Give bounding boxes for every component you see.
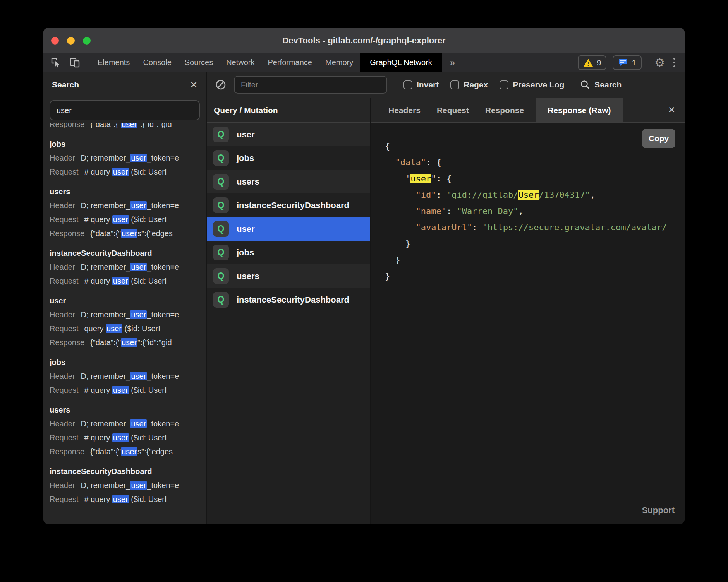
- query-row-user[interactable]: Quser: [207, 123, 370, 146]
- search-result-row[interactable]: Request# query user ($id: UserI: [50, 383, 200, 397]
- result-row-label: Response: [50, 229, 84, 238]
- search-result-row[interactable]: Request# query user ($id: UserI: [50, 492, 200, 506]
- inspect-element-icon[interactable]: [50, 57, 62, 68]
- search-result-row[interactable]: HeaderD; remember_user_token=e: [50, 369, 200, 383]
- query-row-jobs[interactable]: Qjobs: [207, 241, 370, 264]
- block-icon[interactable]: [215, 79, 227, 91]
- more-tabs-button[interactable]: »: [442, 53, 463, 72]
- result-highlight: user: [121, 338, 137, 347]
- tab-performance[interactable]: Performance: [261, 53, 319, 72]
- tab-memory[interactable]: Memory: [319, 53, 360, 72]
- checkbox-box[interactable]: [403, 80, 412, 89]
- result-row-label: Response: [50, 447, 84, 456]
- query-row-user[interactable]: Quser: [207, 217, 370, 241]
- issues-badge[interactable]: 1: [613, 55, 642, 70]
- copy-button[interactable]: Copy: [642, 129, 675, 148]
- result-text: _token=e: [147, 201, 179, 210]
- search-result-row[interactable]: HeaderD; remember_user_token=e: [50, 151, 200, 165]
- tab-response[interactable]: Response: [477, 98, 532, 122]
- result-text: # query: [84, 168, 112, 176]
- search-panel-header: Search ✕: [43, 72, 206, 98]
- network-search-button[interactable]: Search: [580, 79, 622, 90]
- window-title: DevTools - gitlab.com/-/graphql-explorer: [43, 36, 685, 46]
- query-row-instanceSecurityDashboard[interactable]: QinstanceSecurityDashboard: [207, 288, 370, 312]
- result-row-label: Header: [50, 310, 75, 319]
- detail-tabs-inactive: HeadersRequestResponse: [380, 98, 532, 122]
- tab-request[interactable]: Request: [429, 98, 477, 122]
- search-result-title: user: [50, 294, 200, 308]
- result-text: {"data":{": [90, 229, 121, 238]
- query-row-users[interactable]: Qusers: [207, 264, 370, 288]
- checkbox-box[interactable]: [450, 80, 459, 89]
- query-row-label: jobs: [237, 153, 254, 163]
- device-toolbar-icon[interactable]: [69, 57, 81, 68]
- query-row-instanceSecurityDashboard[interactable]: QinstanceSecurityDashboard: [207, 193, 370, 217]
- result-highlight: user: [121, 447, 137, 456]
- tab-graphql-network[interactable]: GraphQL Network: [360, 53, 442, 72]
- checkbox-preserve-log[interactable]: Preserve Log: [500, 80, 564, 89]
- result-highlight: user: [112, 386, 129, 394]
- result-highlight: user: [112, 433, 129, 442]
- result-highlight: user: [121, 229, 137, 238]
- result-text: _token=e: [147, 310, 179, 319]
- detail-panel: HeadersRequestResponse Response (Raw) ✕ …: [371, 98, 685, 524]
- checkbox-invert[interactable]: Invert: [403, 80, 439, 89]
- result-row-label: Request: [50, 386, 79, 394]
- result-text: D; remember_: [81, 263, 130, 271]
- support-link[interactable]: Support: [642, 502, 675, 519]
- search-result-row[interactable]: HeaderD; remember_user_token=e: [50, 478, 200, 492]
- result-row-label: Header: [50, 154, 75, 162]
- tab-sources[interactable]: Sources: [178, 53, 220, 72]
- search-result-row[interactable]: HeaderD; remember_user_token=e: [50, 199, 200, 212]
- json-highlight: "Warren Day": [457, 206, 518, 216]
- tab-headers[interactable]: Headers: [380, 98, 429, 122]
- result-text: # query: [84, 433, 112, 442]
- tabstrip-separator: [87, 57, 87, 68]
- search-result-row[interactable]: Request# query user ($id: UserI: [50, 212, 200, 226]
- search-result-row[interactable]: HeaderD; remember_user_token=e: [50, 417, 200, 431]
- checkbox-regex[interactable]: Regex: [450, 80, 488, 89]
- search-result-row[interactable]: Response{"data":{"user":{"id":"gid: [50, 123, 200, 131]
- query-row-label: instanceSecurityDashboard: [237, 200, 349, 211]
- search-button-label: Search: [594, 80, 622, 89]
- query-row-jobs[interactable]: Qjobs: [207, 146, 370, 170]
- query-type-badge: Q: [213, 245, 229, 260]
- json-line: "data": {: [385, 154, 685, 171]
- result-text: {"data":{": [90, 338, 121, 347]
- tab-response-raw[interactable]: Response (Raw): [536, 98, 622, 122]
- settings-gear-icon[interactable]: ⚙: [654, 57, 665, 68]
- warnings-badge[interactable]: 9: [578, 55, 607, 70]
- search-result-row[interactable]: HeaderD; remember_user_token=e: [50, 308, 200, 322]
- search-result-row[interactable]: Request# query user ($id: UserI: [50, 165, 200, 179]
- result-highlight: user: [130, 481, 147, 490]
- search-icon: [580, 79, 591, 90]
- search-panel-title: Search: [52, 80, 79, 89]
- search-close-icon[interactable]: ✕: [190, 80, 197, 89]
- search-results-list: Response{"data":{"user":{"id":"gidjobsHe…: [43, 123, 206, 524]
- checkbox-box[interactable]: [500, 80, 508, 89]
- search-input[interactable]: [50, 100, 200, 120]
- search-result-row[interactable]: Response{"data":{"users":{"edges: [50, 226, 200, 240]
- kebab-menu-icon[interactable]: [671, 58, 678, 67]
- query-row-users[interactable]: Qusers: [207, 170, 370, 193]
- tabstrip-right: 9 1 ⚙: [578, 53, 685, 72]
- filter-input[interactable]: [234, 76, 387, 94]
- detail-close-icon[interactable]: ✕: [668, 106, 675, 115]
- search-result-row[interactable]: Request# query user ($id: UserI: [50, 431, 200, 445]
- result-row-label: Request: [50, 495, 79, 503]
- search-result-row[interactable]: Response{"data":{"user":{"id":"gid: [50, 336, 200, 349]
- search-result-row[interactable]: Request# query user ($id: UserI: [50, 274, 200, 288]
- search-result-row[interactable]: Requestquery user ($id: UserI: [50, 322, 200, 336]
- tab-elements[interactable]: Elements: [91, 53, 136, 72]
- tab-console[interactable]: Console: [136, 53, 178, 72]
- search-result-row[interactable]: HeaderD; remember_user_token=e: [50, 260, 200, 274]
- json-highlight: "data": [395, 157, 426, 167]
- query-type-badge: Q: [213, 268, 229, 284]
- result-text: D; remember_: [81, 419, 130, 428]
- json-highlight: ,: [518, 206, 523, 216]
- query-row-label: user: [237, 130, 254, 140]
- query-type-badge: Q: [213, 292, 229, 308]
- search-result-row[interactable]: Response{"data":{"users":{"edges: [50, 445, 200, 459]
- tab-network[interactable]: Network: [220, 53, 261, 72]
- result-highlight: user: [112, 215, 129, 224]
